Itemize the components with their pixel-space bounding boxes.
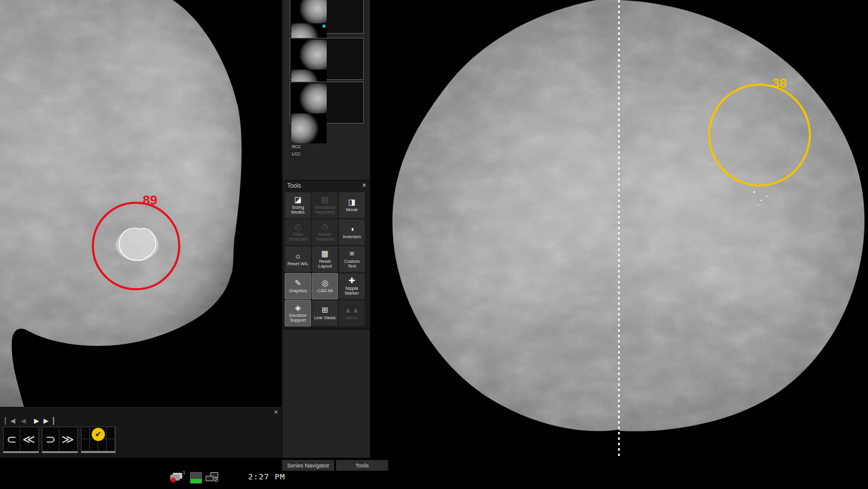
close-icon[interactable]: × bbox=[274, 408, 278, 416]
nipple-marker-button[interactable]: ✚ Nipple Marker bbox=[339, 273, 365, 299]
cad-all-icon: ◎ bbox=[321, 279, 328, 287]
cad-all-button[interactable]: ◎ CAD All bbox=[312, 273, 338, 299]
print-queue-count: 1 bbox=[183, 470, 185, 475]
thumbnail-image bbox=[291, 0, 327, 23]
close-icon[interactable]: × bbox=[362, 181, 366, 190]
overview-grid-step[interactable]: ✔ bbox=[82, 427, 115, 451]
breast-profile-icon: ⊂ bbox=[7, 432, 17, 446]
movie-icon: ◨ bbox=[348, 198, 355, 206]
reset-layout-icon: ▦ bbox=[321, 250, 328, 258]
inversion-button[interactable]: ◑ Inversion bbox=[339, 219, 365, 245]
network-status-icon: ⊘ bbox=[206, 472, 220, 484]
older-timepoint-button: ◴ Older Timepoint bbox=[285, 219, 311, 245]
mlo-breast-image bbox=[0, 0, 282, 407]
breast-pair-icon: ≪ bbox=[23, 432, 35, 446]
older-timepoint-icon: ◴ bbox=[294, 223, 301, 231]
reportflow-toolbar: × ▏◀ ◀ ▶ ▶▕ ⊂ ≪ ⊃ ≫ ✔ bbox=[0, 407, 282, 458]
check-icon[interactable]: ✔ bbox=[92, 428, 105, 441]
tab-series-navigator[interactable]: Series Navigator bbox=[282, 460, 334, 471]
thumbnail-insight-2d-rcc[interactable] bbox=[291, 0, 327, 23]
decision-support-button[interactable]: ◈ Decision Support bbox=[285, 300, 311, 326]
mlo-edge-shading bbox=[0, 0, 282, 407]
play-button[interactable]: ▶ bbox=[31, 416, 42, 425]
thumbnail-image bbox=[291, 40, 327, 70]
custom-text-button[interactable]: ≡ Custom Text bbox=[339, 246, 365, 272]
breast-pair-icon: ≫ bbox=[62, 432, 74, 446]
overview-close-step-group: ✔ bbox=[81, 427, 116, 453]
inversion-icon: ◑ bbox=[349, 225, 354, 233]
graphics-icon: ✎ bbox=[295, 279, 302, 287]
thumbnail-rmlo[interactable] bbox=[291, 40, 327, 70]
right-breast-profile-step[interactable]: ⊂ bbox=[4, 427, 20, 451]
storage-ok-indicator bbox=[191, 479, 201, 483]
structured-reporting-button: ▤ Structured Reporting bbox=[312, 192, 338, 218]
thumbnail-lcc[interactable] bbox=[291, 113, 327, 143]
reset-layout-button[interactable]: ▦ Reset Layout bbox=[312, 246, 338, 272]
viewport-divider-dotted-line bbox=[618, 0, 620, 458]
custom-text-icon: ≡ bbox=[349, 250, 354, 258]
left-breast-pair-step[interactable]: ≫ bbox=[59, 427, 76, 451]
link-views-icon: ⊞ bbox=[322, 306, 328, 314]
reset-wl-icon: ☼ bbox=[294, 252, 302, 260]
disconnected-icon: ⊘ bbox=[213, 477, 218, 483]
right-breast-step-group: ⊂ ≪ bbox=[3, 427, 39, 453]
print-queue-status-icon: 1 bbox=[170, 472, 185, 483]
thumbnail-image bbox=[291, 113, 327, 143]
tools-button-grid: ◪ Sizing Modes ▤ Structured Reporting ◨ … bbox=[285, 192, 367, 326]
tools-panel: Tools × ◪ Sizing Modes ▤ Structured Repo… bbox=[282, 180, 370, 329]
tab-tools[interactable]: Tools bbox=[336, 460, 388, 471]
moco-icon: ▲▲ bbox=[344, 306, 360, 314]
thumbnail-pair-mlo: RMLO LMLO bbox=[290, 38, 364, 80]
movie-button[interactable]: ◨ Movie bbox=[339, 192, 365, 218]
skip-to-last-button[interactable]: ▶▕ bbox=[43, 416, 54, 425]
moco-button: ▲▲ MoCo bbox=[339, 300, 365, 326]
thumbnail-pair-cc: RCC LCC bbox=[290, 82, 364, 124]
left-image-viewport[interactable]: 89 bbox=[0, 0, 282, 407]
graphics-button[interactable]: ✎ Graphics bbox=[285, 273, 311, 299]
storage-status-icon bbox=[190, 472, 202, 484]
left-breast-step-group: ⊃ ≫ bbox=[42, 427, 78, 453]
tools-panel-title: Tools bbox=[287, 182, 301, 189]
thumbnail-pair-insight2d: INSIGHT 2D RCC INSIGHT 2D LCC bbox=[290, 0, 364, 34]
newer-timepoint-icon: ◷ bbox=[321, 223, 328, 231]
sizing-modes-button[interactable]: ◪ Sizing Modes bbox=[285, 192, 311, 218]
left-breast-profile-step[interactable]: ⊃ bbox=[43, 427, 59, 451]
newer-timepoint-button: ◷ Newer Timepoint bbox=[312, 219, 338, 245]
tools-panel-header: Tools × bbox=[282, 181, 370, 191]
skip-to-first-button[interactable]: ▏◀ bbox=[5, 416, 16, 425]
nipple-marker-icon: ✚ bbox=[349, 277, 355, 285]
breast-profile-icon: ⊃ bbox=[46, 432, 56, 446]
taskbar: Series Navigator Tools 1 ⊘ 2:27 PM bbox=[0, 458, 868, 489]
current-display-marker bbox=[323, 25, 326, 28]
right-breast-pair-step[interactable]: ≪ bbox=[20, 427, 37, 451]
structured-reporting-icon: ▤ bbox=[321, 196, 328, 204]
thumbnail-rcc[interactable] bbox=[291, 83, 327, 113]
reset-wl-button[interactable]: ☼ Reset W/L bbox=[285, 246, 311, 272]
thumbnail-label: LCC bbox=[291, 151, 327, 158]
sizing-modes-icon: ◪ bbox=[294, 196, 302, 204]
thumbnail-image bbox=[291, 83, 327, 113]
decision-support-icon: ◈ bbox=[295, 304, 301, 312]
link-views-button[interactable]: ⊞ Link Views bbox=[312, 300, 338, 326]
print-error-badge bbox=[171, 478, 176, 482]
step-back-button[interactable]: ◀ bbox=[18, 416, 29, 425]
thumbnail-label: RCC bbox=[291, 143, 327, 151]
system-clock: 2:27 PM bbox=[248, 472, 285, 481]
